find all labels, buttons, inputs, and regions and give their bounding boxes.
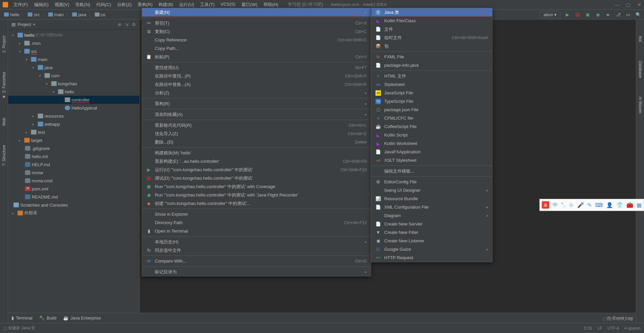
run-configuration-selector[interactable]: ation ▾ xyxy=(540,11,560,18)
submenu-item-xml-config[interactable]: 📄XML Configuration File▸ xyxy=(371,203,492,211)
submenu-item-listener[interactable]: ◉Create New Listener xyxy=(371,237,492,245)
maximize-icon[interactable]: ▢ xyxy=(626,2,631,7)
settings-icon[interactable]: ⚙ xyxy=(132,22,136,27)
ime-toolbar[interactable]: S 中 °, ☺ 🎤 ✎ ⌨ 👤 👕 🧰 ▦ xyxy=(539,199,644,211)
submenu-item-html[interactable]: HHTML 文件 xyxy=(371,72,492,80)
bottom-tab-javaee[interactable]: ☕Java Enterprise xyxy=(63,315,101,321)
submenu-item-scratch[interactable]: 📄临时文件Ctrl+Alt+Shift+Insert xyxy=(371,33,492,42)
tool-tab-favorites[interactable]: ★2: Favorites xyxy=(1,69,7,102)
menu-window[interactable]: 窗口(W) xyxy=(239,1,260,8)
submenu-item-swing[interactable]: Swing UI Designer▸ xyxy=(371,186,492,194)
tool-tab-project[interactable]: 1: Project xyxy=(1,33,7,56)
breadcrumb-src[interactable]: src xyxy=(26,12,41,17)
submenu-item-kotlin-worksheet[interactable]: ◣Kotlin Worksheet xyxy=(371,139,492,148)
menu-item-sync[interactable]: ↻同步选中文件 xyxy=(142,246,371,254)
submenu-item-javafx[interactable]: 📄JavaFXApplication xyxy=(371,148,492,156)
menu-edit[interactable]: 编辑(E) xyxy=(31,1,51,8)
ime-punct-icon[interactable]: °, xyxy=(561,202,565,208)
tree-node-scratches[interactable]: Scratches and Consoles xyxy=(8,201,139,209)
submenu-item-guice[interactable]: GGoogle Guice▸ xyxy=(371,245,492,253)
breadcrumb-java[interactable]: java xyxy=(71,12,88,17)
status-encoding[interactable]: UTF-8 xyxy=(608,326,619,331)
bottom-tab-terminal[interactable]: ▮Terminal xyxy=(11,315,32,321)
tree-node-hello[interactable]: ▾helloE:\学习吧\hello xyxy=(8,31,139,39)
close-icon[interactable]: ✕ xyxy=(637,2,641,7)
tree-node-gitignore[interactable]: .gitignore xyxy=(8,144,139,152)
tree-node-target[interactable]: ▸target xyxy=(8,136,139,144)
search-icon[interactable]: 🔍 xyxy=(635,11,641,18)
menu-item-paste[interactable]: 📋粘贴(P)Ctrl+V xyxy=(142,53,371,61)
breadcrumb-main[interactable]: main xyxy=(47,12,65,17)
tool-tab-structure[interactable]: 7: Structure xyxy=(1,142,7,169)
menu-item-find-in-path[interactable]: 在路径中查找...(P)Ctrl+Shift+F xyxy=(142,72,371,80)
tree-node-hello-pkg[interactable]: ▾hello xyxy=(8,88,139,96)
ime-grid-icon[interactable]: ▦ xyxy=(637,202,642,208)
submenu-item-package[interactable]: 📦包 xyxy=(371,42,492,50)
menu-item-directory-path[interactable]: Directory PathCtrl+Alt+F12 xyxy=(142,218,371,227)
tree-node-mvn[interactable]: ▸.mvn xyxy=(8,39,139,47)
menu-item-run-coverage[interactable]: ▣Run '"com.kongchao.hello.controller" 中的… xyxy=(142,182,371,191)
menu-item-replace-in-path[interactable]: 在路径中替换...(A)Ctrl+Shift+R xyxy=(142,80,371,89)
collapse-icon[interactable]: ⇲ xyxy=(125,22,129,27)
submenu-item-servlet[interactable]: 📄Create New Servlet xyxy=(371,220,492,228)
submenu-item-resource-bundle[interactable]: 📊Resource Bundle xyxy=(371,194,492,203)
project-view-title[interactable]: Project xyxy=(18,22,31,27)
tree-node-controller[interactable]: controller xyxy=(8,96,139,104)
menu-build[interactable]: 构建(B) xyxy=(156,1,176,8)
menu-item-open-terminal[interactable]: ▮Open in Terminal xyxy=(142,227,371,235)
tree-node-mvnw[interactable]: mvnw xyxy=(8,169,139,177)
ime-skin-icon[interactable]: 👕 xyxy=(616,202,623,208)
menu-item-create-run-config[interactable]: ◆创建 '"com.kongchao.hello.controller" 中的测… xyxy=(142,199,371,208)
tree-node-resources[interactable]: ▸resources xyxy=(8,112,139,120)
run-icon[interactable]: ▶ xyxy=(564,11,570,18)
tool-tab-ant[interactable]: Ant xyxy=(637,33,643,44)
tree-node-test[interactable]: ▸test xyxy=(8,128,139,136)
submenu-item-package-json[interactable]: ⬡package.json File xyxy=(371,105,492,114)
menu-item-compare[interactable]: ⇄Compare With...Ctrl+D xyxy=(142,257,371,265)
tool-tab-maven[interactable]: m Maven xyxy=(637,94,643,116)
stop-icon[interactable]: ■ xyxy=(605,11,611,18)
ime-lang-indicator[interactable]: 中 xyxy=(553,202,558,209)
submenu-item-coffeescript[interactable]: ☕CoffeeScript File xyxy=(371,122,492,131)
menu-code[interactable]: 代码(C) xyxy=(93,1,114,8)
tree-node-readme[interactable]: README.md xyxy=(8,193,139,201)
tree-node-mvnwcmd[interactable]: mvnw.cmd xyxy=(8,177,139,185)
menu-item-reformat[interactable]: 重新格式化代码(R)Ctrl+Alt+L xyxy=(142,121,371,129)
tree-node-kongchao[interactable]: ▾kongchao xyxy=(8,80,139,88)
submenu-item-javascript[interactable]: JSJavaScript File xyxy=(371,89,492,97)
submenu-item-package-info[interactable]: 📄package-info.java xyxy=(371,61,492,69)
menu-item-rebuild[interactable]: 重新构建(E) '...ao.hello.controller'Ctrl+Shi… xyxy=(142,157,371,165)
menu-run[interactable]: 运行(U) xyxy=(176,1,197,8)
ime-keyboard-icon[interactable]: ⌨ xyxy=(595,202,603,208)
menu-navigate[interactable]: 导航(N) xyxy=(73,1,93,8)
menu-item-new[interactable]: 新建(N)▸ xyxy=(142,8,371,17)
submenu-item-edit-templates[interactable]: 编辑文件模板... xyxy=(371,167,492,175)
tree-node-help[interactable]: HELP.md xyxy=(8,160,139,169)
ime-tool-icon[interactable]: 🧰 xyxy=(626,202,633,208)
ime-user-icon[interactable]: 👤 xyxy=(606,202,613,208)
menu-item-analyze[interactable]: 分析(Z)▸ xyxy=(142,89,371,97)
submenu-item-fxml[interactable]: fxFXML File xyxy=(371,53,492,61)
sogou-logo-icon[interactable]: S xyxy=(542,201,549,209)
menu-item-refactor[interactable]: 重构(R)▸ xyxy=(142,99,371,108)
menu-tools[interactable]: 工具(T) xyxy=(197,1,217,8)
menu-item-find-usages[interactable]: 查找使用(U)Alt+F7 xyxy=(142,63,371,72)
tree-node-java[interactable]: ▾java xyxy=(8,63,139,71)
debug-icon[interactable]: 🐞 xyxy=(575,11,581,18)
menu-item-copy-reference[interactable]: Copy ReferenceCtrl+Alt+Shift+C xyxy=(142,36,371,44)
submenu-item-cfml[interactable]: cfCFML/CFC file xyxy=(371,114,492,122)
git-icon[interactable]: ⎇ xyxy=(615,11,621,18)
layout-icon[interactable]: ▭ xyxy=(625,11,631,18)
status-caret-position[interactable]: 5:36 xyxy=(584,326,592,331)
menu-item-delete[interactable]: 删除...(D)Delete xyxy=(142,138,371,146)
submenu-item-kotlin-class[interactable]: ◣Kotlin File/Class xyxy=(371,17,492,25)
ime-voice-icon[interactable]: 🎤 xyxy=(577,202,584,208)
coverage-icon[interactable]: ▣ xyxy=(585,11,591,18)
ime-emoji-icon[interactable]: ☺ xyxy=(568,202,574,208)
tree-node-pom[interactable]: mpom.xml xyxy=(8,185,139,193)
menu-item-build-module[interactable]: 构建模块(M) 'hello' xyxy=(142,149,371,157)
project-tree[interactable]: ▾helloE:\学习吧\hello ▸.mvn ▾src ▾main ▾jav… xyxy=(8,30,139,218)
tree-node-external-libs[interactable]: ▸外部库 xyxy=(8,209,139,217)
tree-node-src[interactable]: ▾src xyxy=(8,47,139,55)
submenu-item-editorconfig[interactable]: ⚙EditorConfig File xyxy=(371,178,492,186)
